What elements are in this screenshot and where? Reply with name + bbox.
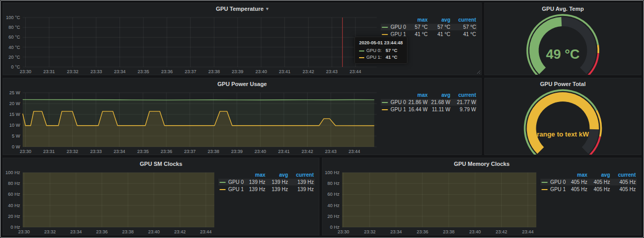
power-usage-chart[interactable]: 0 W5 W10 W15 W20 W25 W23:3023:3123:3223:… (3, 89, 381, 155)
panel-title: GPU Power Usage (217, 81, 267, 87)
legend-value: 405 Hz (567, 186, 588, 193)
y-axis-tick-label: 100 Hz (5, 170, 20, 175)
legend-series-name[interactable]: GPU 0 (540, 179, 567, 185)
panel-gpu-avg-temp: GPU Avg. Temp 49 °C (484, 3, 641, 75)
series-line (23, 99, 374, 100)
panel-menu-gpu-power-total[interactable]: GPU Power Total (485, 78, 641, 89)
gpu_power_total-svg: range to text kW (485, 89, 641, 155)
x-axis-tick-label: 23:40 (469, 229, 481, 234)
legend-header-current[interactable]: current (451, 92, 477, 98)
legend-header-current[interactable]: current (451, 16, 477, 23)
legend-series-label: GPU 1 (228, 186, 244, 193)
legend-series-name[interactable]: GPU 0 (381, 24, 407, 30)
x-axis-tick-label: 23:36 (417, 229, 429, 234)
gpu_power_usage-svg: 0 W5 W10 W15 W20 W25 W23:3023:3123:3223:… (3, 89, 381, 155)
legend-header-avg[interactable]: avg (429, 92, 451, 98)
panel-menu-gpu-temperature[interactable]: GPU Temperature ▾ (3, 3, 481, 14)
legend-value: 139 Hz (289, 186, 315, 193)
legend-value: 41 °C (407, 31, 429, 38)
temperature-chart[interactable]: 0 °C20 °C40 °C60 °C80 °C100 °C23:3023:31… (3, 14, 381, 75)
panel-gpu-temperature: GPU Temperature ▾ 0 °C20 °C40 °C60 °C80 … (3, 3, 482, 75)
panel-body: 0 Hz20 Hz40 Hz60 Hz80 Hz100 Hz23:3023:32… (3, 169, 319, 235)
legend-value: 139 Hz (289, 179, 315, 185)
legend-series-name[interactable]: GPU 1 (218, 186, 245, 193)
legend-value: 57 °C (451, 24, 477, 30)
legend-header-spacer (381, 16, 407, 23)
x-axis-tick-label: 23:31 (43, 69, 55, 74)
x-axis-tick-label: 23:31 (43, 149, 55, 154)
x-axis-tick-label: 23:34 (114, 69, 126, 74)
x-axis-tick-label: 23:35 (137, 149, 149, 154)
legend-series-color-icon (382, 109, 388, 110)
y-axis-tick-label: 20 W (9, 101, 21, 106)
panel-menu-gpu-memory-clocks[interactable]: GPU Memory Clocks (323, 158, 641, 169)
legend-series-name[interactable]: GPU 0 (381, 99, 407, 106)
y-axis-tick-label: 0 W (12, 144, 21, 149)
y-axis-tick-label: 10 W (9, 123, 21, 128)
legend-header-avg[interactable]: avg (429, 16, 451, 23)
legend-series-name[interactable]: GPU 0 (218, 179, 245, 185)
x-axis-tick-label: 23:38 (443, 229, 455, 234)
legend-value: 11.11 W (429, 106, 451, 113)
legend-series-name[interactable]: GPU 1 (381, 106, 407, 113)
legend-value: 405 Hz (588, 186, 611, 193)
x-axis-tick-label: 23:32 (364, 229, 376, 234)
x-axis-tick-label: 23:33 (90, 149, 102, 154)
legend-series-label: GPU 0 (391, 24, 406, 30)
x-axis-tick-label: 23:38 (208, 149, 219, 154)
x-axis-tick-label: 23:44 (200, 229, 212, 234)
panel-menu-gpu-power-usage[interactable]: GPU Power Usage (3, 78, 481, 89)
avg-temp-gauge: 49 °C (485, 14, 641, 75)
y-axis-tick-label: 60 Hz (327, 192, 340, 197)
series-area (342, 173, 536, 227)
legend-series-label: GPU 0 (550, 179, 566, 185)
y-axis-tick-label: 25 W (9, 90, 21, 95)
panel-gpu-memory-clocks: GPU Memory Clocks 0 Hz20 Hz40 Hz60 Hz80 … (322, 158, 641, 235)
sm-clocks-chart[interactable]: 0 Hz20 Hz40 Hz60 Hz80 Hz100 Hz23:3023:32… (3, 169, 218, 235)
y-axis-tick-label: 20 Hz (327, 214, 340, 219)
legend-series-color-icon (541, 189, 548, 190)
legend-header-max[interactable]: max (407, 16, 429, 23)
gauge-value-text: 49 °C (546, 46, 580, 62)
y-axis-tick-label: 80 Hz (327, 181, 340, 186)
legend-table: maxavgcurrentGPU 0139 Hz139 Hz139 HzGPU … (218, 169, 319, 235)
panel-menu-gpu-sm-clocks[interactable]: GPU SM Clocks (3, 158, 319, 169)
legend-table: maxavgcurrentGPU 057 °C57 °C57 °CGPU 141… (381, 14, 481, 75)
panel-body: 0 Hz20 Hz40 Hz60 Hz80 Hz100 Hz23:3023:32… (323, 169, 641, 235)
x-axis-tick-label: 23:30 (18, 229, 30, 234)
panel-body: 49 °C (485, 14, 641, 75)
panel-title: GPU Power Total (540, 81, 585, 87)
x-axis-tick-label: 23:36 (96, 229, 108, 234)
x-axis-tick-label: 23:43 (326, 69, 338, 74)
legend-series-name[interactable]: GPU 1 (381, 31, 407, 38)
legend-series-name[interactable]: GPU 1 (540, 186, 567, 193)
x-axis-tick-label: 23:35 (138, 69, 149, 74)
legend-series-label: GPU 0 (228, 179, 244, 185)
legend-value: 21.77 W (451, 99, 477, 106)
x-axis-tick-label: 23:43 (325, 149, 337, 154)
legend-header-max[interactable]: max (407, 92, 429, 98)
memory-clocks-chart[interactable]: 0 Hz20 Hz40 Hz60 Hz80 Hz100 Hz23:3023:32… (323, 169, 540, 235)
legend-series-label: GPU 1 (391, 31, 406, 38)
legend-value: 41 °C (451, 31, 477, 38)
legend-series-label: GPU 1 (550, 186, 566, 193)
legend-header-max[interactable]: max (245, 172, 266, 178)
y-axis-tick-label: 60 °C (8, 35, 20, 40)
x-axis-tick-label: 23:42 (301, 149, 313, 154)
legend-value: 21.86 W (407, 99, 429, 106)
panel-menu-gpu-avg-temp[interactable]: GPU Avg. Temp (485, 3, 641, 14)
legend-header-avg[interactable]: avg (266, 172, 289, 178)
gpu_sm_clocks-svg: 0 Hz20 Hz40 Hz60 Hz80 Hz100 Hz23:3023:32… (3, 169, 218, 235)
legend-header-max[interactable]: max (567, 172, 588, 178)
legend-header-spacer (540, 172, 567, 178)
panel-gpu-power-usage: GPU Power Usage 0 W5 W10 W15 W20 W25 W23… (3, 78, 482, 155)
legend-header-current[interactable]: current (289, 172, 315, 178)
x-axis-tick-label: 23:36 (161, 69, 173, 74)
gpu_temperature-svg: 0 °C20 °C40 °C60 °C80 °C100 °C23:3023:31… (3, 14, 381, 75)
legend-value: 139 Hz (266, 186, 289, 193)
legend-header-avg[interactable]: avg (588, 172, 611, 178)
power-total-gauge: range to text kW (485, 89, 641, 155)
x-axis-tick-label: 23:39 (232, 69, 244, 74)
legend-header-current[interactable]: current (611, 172, 637, 178)
x-axis-tick-label: 23:41 (278, 149, 290, 154)
